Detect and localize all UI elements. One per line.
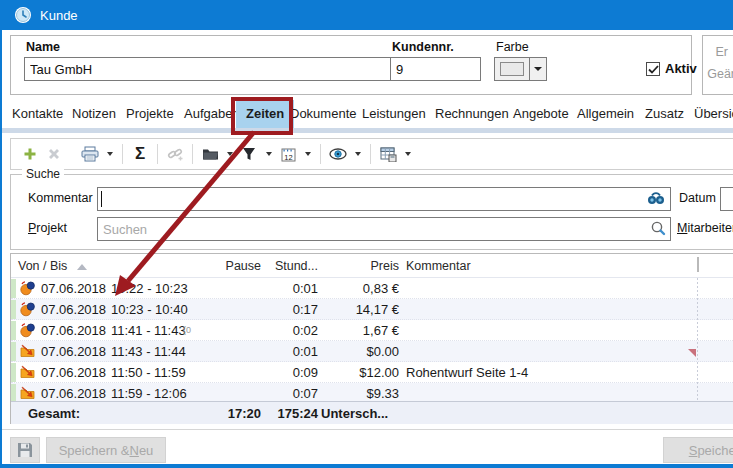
toolbar-separator [370,144,371,164]
col-von-bis[interactable]: Von / Bis [18,259,67,273]
tab-notizen[interactable]: Notizen [72,100,116,128]
plus-icon [23,147,37,161]
cell-preis: 0,83 € [311,281,399,296]
tab-projekte[interactable]: Projekte [126,100,174,128]
name-input[interactable] [24,57,397,81]
aktiv-checkbox[interactable] [646,62,660,76]
tab-zeiten[interactable]: Zeiten [236,100,294,128]
cell-stunden: 0:01 [263,344,318,359]
kommentar-search-input[interactable] [97,187,671,211]
name-label: Name [26,40,60,54]
kundennr-label: Kundennr. [392,40,454,54]
edit-marker: (0 [183,325,191,335]
text-cursor [101,191,102,207]
tab-kontakte[interactable]: Kontakte [12,100,63,128]
cell-preis: $9.33 [311,386,399,401]
tab-zusatz[interactable]: Zusatz [645,100,684,128]
table-save-dropdown[interactable] [400,141,415,167]
modified-label: Geär [702,67,733,81]
tab-dokumente[interactable]: Dokumente [290,100,356,128]
save-button[interactable]: Speichern [663,437,733,463]
cell-stunden: 0:07 [263,386,318,401]
tab-leistungen[interactable]: Leistungen [362,100,426,128]
printer-icon [81,146,99,162]
filter-button[interactable] [237,141,261,167]
kundennr-input[interactable] [390,57,481,81]
row-marker [11,279,16,298]
color-swatch[interactable] [494,57,530,81]
timer-icon [20,323,35,342]
chevron-down-icon [355,152,361,156]
footer-divider [2,429,733,430]
filter-dropdown[interactable] [261,141,276,167]
kommentar-label: Kommentar [28,191,93,205]
cell-preis: 1,67 € [311,323,399,338]
table-row[interactable]: 07.06.2018 10:22 - 10:23 0:01 0,83 € [11,278,733,299]
tab-rechnungen[interactable]: Rechnungen [435,100,509,128]
tab-underline-strip [2,128,733,133]
row-marker [11,300,16,319]
farbe-label: Farbe [496,40,529,54]
calendar-button[interactable]: 12 [276,141,300,167]
col-stunden[interactable]: Stund... [263,259,318,273]
table-row[interactable]: 07.06.2018 11:41 - 11:43 (0 0:02 1,67 € [11,320,733,341]
tab-allgemein[interactable]: Allgemein [577,100,634,128]
print-button[interactable] [78,141,102,167]
save-and-new-button[interactable]: Speichern & Neu [46,437,166,463]
totals-pause: 17:20 [181,406,261,421]
cell-preis: 14,17 € [311,302,399,317]
sort-asc-icon [77,264,87,270]
print-dropdown[interactable] [102,141,117,167]
tab-aufgaben[interactable]: Aufgaben [184,100,240,128]
aktiv-label: Aktiv [665,61,697,76]
col-preis[interactable]: Preis [321,259,399,273]
sigma-icon: Σ [135,144,145,164]
x-icon [48,148,60,160]
datum-label: Datum [679,191,716,205]
eye-icon [329,148,347,160]
col-kommentar[interactable]: Kommentar [406,259,471,273]
projekt-label: Projekt [28,221,67,235]
col-pause[interactable]: Pause [191,259,261,273]
folder-export-icon [20,344,35,362]
table-row[interactable]: 07.06.2018 11:43 - 11:44 0:01 $0.00 [11,341,733,362]
table-row[interactable]: 07.06.2018 10:23 - 10:40 0:17 14,17 € [11,299,733,320]
cell-date: 07.06.2018 [41,344,106,359]
add-button[interactable] [18,141,42,167]
calendar-dropdown[interactable] [300,141,315,167]
cell-time: 11:43 - 11:44 [111,344,186,359]
open-folder-button[interactable] [198,141,222,167]
delete-button[interactable] [42,141,66,167]
row-marker [11,363,16,382]
totals-stunden: 175:24 [263,406,318,421]
totals-label: Gesamt: [28,406,80,421]
datum-input[interactable] [720,187,733,211]
view-button[interactable] [326,141,350,167]
floppy-icon [17,442,33,458]
chevron-down-icon [107,152,113,156]
column-resize-handle[interactable] [697,257,699,272]
filter-funnel-icon [242,147,256,161]
sum-button[interactable]: Σ [128,141,152,167]
timer-icon [20,302,35,321]
calendar-icon: 12 [281,147,296,162]
chevron-down-icon [227,152,233,156]
open-folder-dropdown[interactable] [222,141,237,167]
cell-stunden: 0:01 [263,281,318,296]
row-marker [11,321,16,340]
cell-stunden: 0:17 [263,302,318,317]
color-dropdown-button[interactable] [530,57,547,81]
title-bar: Kunde [2,0,733,30]
projekt-search-input[interactable] [97,217,671,241]
tab-angebote[interactable]: Angebote [513,100,569,128]
tab-uebersicht[interactable]: Übersicht [694,100,733,128]
cell-time: 10:22 - 10:23 [111,281,188,296]
view-dropdown[interactable] [350,141,365,167]
table-save-button[interactable] [376,141,400,167]
table-row[interactable]: 07.06.2018 11:50 - 11:59 0:09 $12.00 Roh… [11,362,733,383]
svg-text:12: 12 [284,152,292,161]
cell-date: 07.06.2018 [41,323,106,338]
save-icon-button[interactable] [10,437,40,463]
chevron-down-icon [534,67,542,71]
table-save-icon [380,147,397,162]
